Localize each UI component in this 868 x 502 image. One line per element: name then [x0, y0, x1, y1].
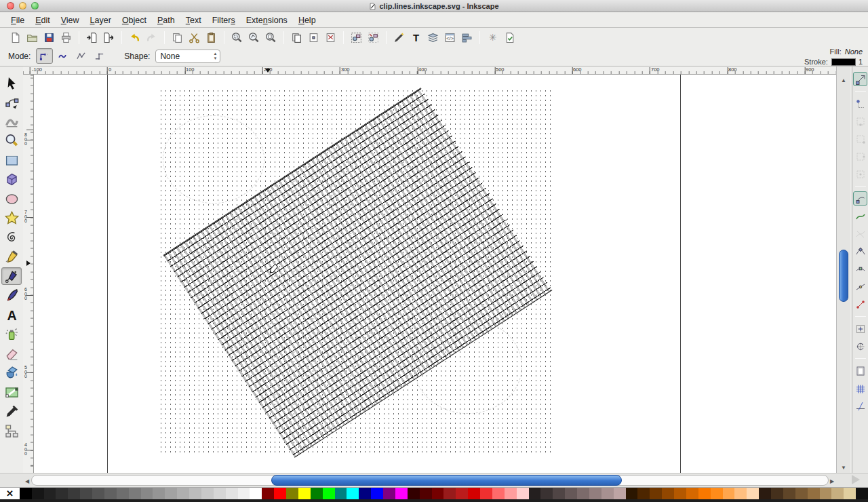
color-swatch[interactable] — [577, 488, 589, 499]
paraxial-mode-button[interactable] — [91, 48, 108, 64]
color-swatch[interactable] — [686, 488, 698, 499]
color-swatch[interactable] — [117, 488, 129, 499]
redo-button[interactable] — [143, 29, 160, 45]
scroll-down-arrow[interactable]: ▼ — [837, 465, 850, 471]
import-document-button[interactable] — [83, 29, 100, 45]
gradient-tool-button[interactable] — [1, 383, 22, 401]
color-swatch[interactable] — [723, 488, 735, 499]
unlink-clone-button[interactable] — [322, 29, 339, 45]
color-swatch[interactable] — [831, 488, 844, 499]
snap-bbox-button[interactable] — [853, 96, 867, 111]
snap-nodes-button[interactable] — [853, 191, 867, 206]
color-swatch[interactable] — [747, 488, 759, 499]
color-swatch[interactable] — [104, 488, 117, 499]
star-tool-button[interactable] — [1, 210, 22, 227]
undo-button[interactable] — [126, 29, 143, 45]
3dbox-tool-button[interactable] — [1, 171, 22, 189]
snap-cusp-nodes-button[interactable] — [853, 244, 867, 258]
scroll-left-arrow[interactable]: ◀ — [23, 478, 31, 484]
color-swatch[interactable] — [565, 488, 577, 499]
color-swatch[interactable] — [759, 488, 771, 499]
snap-enable-button[interactable] — [853, 72, 867, 86]
color-swatch[interactable] — [698, 488, 711, 499]
snap-intersections-button[interactable] — [853, 227, 867, 241]
snap-rotation-centers-button[interactable] — [853, 339, 867, 353]
color-swatch[interactable] — [589, 488, 601, 499]
connector-tool-button[interactable] — [1, 422, 22, 440]
selector-tool-button[interactable] — [1, 74, 22, 92]
rectangle-tool-button[interactable] — [1, 151, 22, 169]
eraser-tool-button[interactable] — [1, 345, 22, 362]
color-swatch[interactable] — [674, 488, 686, 499]
spray-tool-button[interactable] — [1, 326, 22, 343]
color-swatch[interactable] — [795, 488, 808, 499]
color-swatch[interactable] — [540, 488, 553, 499]
color-swatch[interactable] — [359, 488, 371, 499]
export-document-button[interactable] — [100, 29, 117, 45]
polyline-mode-button[interactable] — [73, 48, 90, 64]
color-swatch[interactable] — [92, 488, 104, 499]
align-dialog-button[interactable] — [458, 29, 475, 45]
color-swatch[interactable] — [626, 488, 638, 499]
bezier-mode-button[interactable] — [36, 48, 53, 64]
color-swatch[interactable] — [505, 488, 517, 499]
save-document-button[interactable] — [41, 29, 58, 45]
document-properties-button[interactable] — [501, 29, 518, 45]
color-swatch[interactable] — [844, 488, 856, 499]
menu-extensions[interactable]: Extensions — [241, 14, 293, 26]
vertical-scrollbar[interactable]: ▲ ▼ — [836, 66, 850, 473]
bezier-tool-button[interactable] — [1, 267, 22, 285]
color-swatch[interactable] — [262, 488, 274, 499]
color-swatch[interactable] — [711, 488, 723, 499]
paste-button[interactable] — [203, 29, 220, 45]
vertical-ruler[interactable]: 8 0 07 0 06 0 05 0 04 0 0 — [23, 75, 34, 473]
group-objects-button[interactable] — [348, 29, 365, 45]
snap-bbox-corners-button[interactable] — [853, 132, 867, 146]
xml-editor-dialog-button[interactable]: </> — [441, 29, 458, 45]
no-color-swatch[interactable]: ✕ — [0, 488, 20, 499]
color-swatch[interactable] — [650, 488, 662, 499]
zoom-selection-button[interactable] — [229, 29, 245, 45]
menu-text[interactable]: Text — [180, 14, 207, 26]
color-swatch[interactable] — [347, 488, 359, 499]
color-swatch[interactable] — [335, 488, 347, 499]
menu-layer[interactable]: Layer — [85, 14, 117, 26]
color-swatch[interactable] — [177, 488, 189, 499]
color-swatch[interactable] — [383, 488, 395, 499]
color-swatch[interactable] — [468, 488, 480, 499]
color-swatch[interactable] — [808, 488, 820, 499]
color-swatch[interactable] — [601, 488, 614, 499]
horizontal-scrollbar[interactable]: ◀ ▶ — [0, 473, 868, 487]
color-swatch[interactable] — [443, 488, 456, 499]
color-swatch[interactable] — [420, 488, 432, 499]
menu-filters[interactable]: Filters — [207, 14, 241, 26]
zoom-tool-button[interactable] — [1, 132, 22, 150]
stroke-width-value[interactable]: 1 — [859, 58, 863, 66]
color-swatch[interactable] — [734, 488, 747, 499]
tweak-tool-button[interactable] — [1, 113, 22, 130]
ungroup-objects-button[interactable] — [365, 29, 382, 45]
print-document-button[interactable] — [58, 29, 75, 45]
color-swatch[interactable] — [517, 488, 529, 499]
ellipse-tool-button[interactable] — [1, 190, 22, 208]
snap-paths-button[interactable] — [853, 209, 867, 223]
color-swatch[interactable] — [286, 488, 298, 499]
color-swatch[interactable] — [214, 488, 226, 499]
zoom-drawing-button[interactable] — [245, 29, 262, 45]
text-tool-button[interactable]: A — [1, 306, 22, 324]
new-document-button[interactable] — [7, 29, 24, 45]
fill-value[interactable]: None — [845, 47, 863, 56]
menu-edit[interactable]: Edit — [30, 14, 56, 26]
text-dialog-button[interactable]: T — [408, 29, 425, 45]
shape-dropdown[interactable]: None ▲▼ — [155, 50, 220, 63]
spiro-mode-button[interactable] — [54, 48, 71, 64]
menu-path[interactable]: Path — [152, 14, 180, 26]
open-folder-button[interactable] — [24, 29, 41, 45]
pencil-tool-button[interactable] — [1, 248, 22, 266]
canvas[interactable] — [34, 75, 836, 473]
color-swatch[interactable] — [20, 488, 32, 499]
color-swatch[interactable] — [189, 488, 201, 499]
menu-help[interactable]: Help — [293, 14, 321, 26]
bucket-tool-button[interactable] — [1, 364, 22, 382]
color-swatch[interactable] — [480, 488, 492, 499]
